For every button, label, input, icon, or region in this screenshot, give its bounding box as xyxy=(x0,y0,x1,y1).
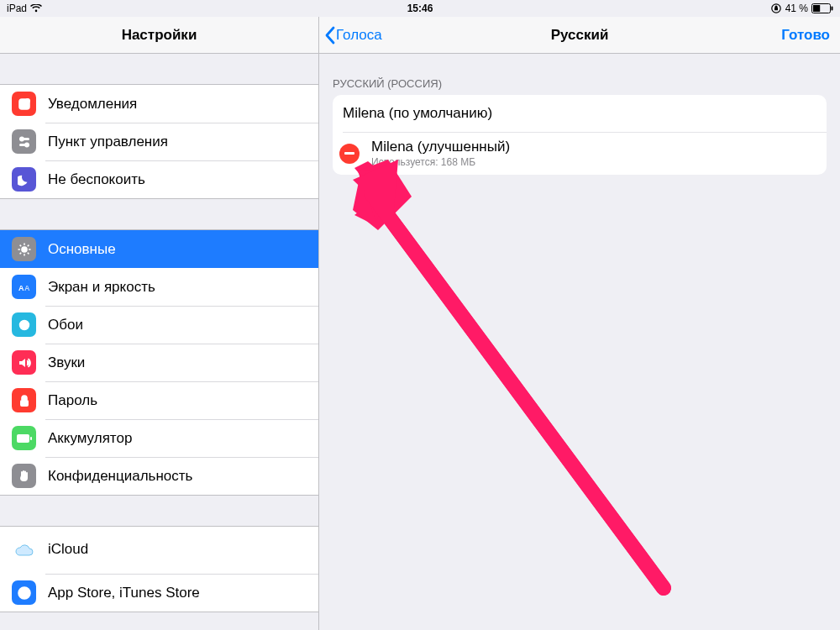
gear-icon xyxy=(12,237,36,261)
settings-group-3: iCloud App Store, iTunes Store xyxy=(0,526,318,612)
sidebar-item-sounds[interactable]: Звуки xyxy=(0,344,318,381)
voice-title: Milena (улучшенный) xyxy=(371,139,510,155)
sidebar-item-label: App Store, iTunes Store xyxy=(48,585,200,601)
sidebar-item-label: Не беспокоить xyxy=(48,171,145,188)
display-icon: AA xyxy=(12,275,36,299)
delete-minus-button[interactable] xyxy=(339,144,360,164)
detail-pane: Голоса Русский Готово РУССКИЙ (РОССИЯ) M… xyxy=(319,17,840,630)
svg-point-5 xyxy=(25,98,30,103)
device-label: iPad xyxy=(7,3,27,14)
voice-row-default[interactable]: Milena (по умолчанию) xyxy=(333,95,827,132)
sidebar-item-label: Пароль xyxy=(48,392,97,409)
detail-navbar: Голоса Русский Готово xyxy=(319,17,840,54)
dnd-icon xyxy=(12,167,36,192)
sounds-icon xyxy=(12,350,36,375)
svg-line-18 xyxy=(19,252,21,254)
svg-point-7 xyxy=(19,137,23,140)
sidebar-item-label: Основные xyxy=(48,241,116,258)
svg-line-16 xyxy=(27,252,29,254)
sidebar-item-control-center[interactable]: Пункт управления xyxy=(0,123,318,160)
status-bar: iPad 15:46 41 % xyxy=(0,0,840,17)
sidebar-item-label: Конфиденциальность xyxy=(48,468,192,485)
battery-menu-icon xyxy=(12,426,36,450)
svg-line-17 xyxy=(27,244,29,246)
sidebar-item-dnd[interactable]: Не беспокоить xyxy=(0,160,318,198)
svg-rect-29 xyxy=(30,437,32,440)
notifications-icon xyxy=(12,92,36,116)
wallpaper-icon xyxy=(12,312,36,337)
rotation-lock-icon xyxy=(770,3,782,14)
sidebar-item-passcode[interactable]: Пароль xyxy=(0,381,318,419)
lock-icon xyxy=(12,388,36,412)
wifi-icon xyxy=(30,4,42,13)
sidebar-item-notifications[interactable]: Уведомления xyxy=(0,85,318,123)
sidebar-item-battery[interactable]: Аккумулятор xyxy=(0,419,318,457)
voice-row-enhanced[interactable]: Milena (улучшенный) Используется: 168 МБ xyxy=(333,132,827,175)
voice-title: Milena (по умолчанию) xyxy=(343,105,492,122)
svg-point-9 xyxy=(24,143,28,146)
sidebar-item-privacy[interactable]: Конфиденциальность xyxy=(0,457,318,495)
clock: 15:46 xyxy=(407,3,433,14)
back-button[interactable]: Голоса xyxy=(319,26,382,45)
sidebar-item-display[interactable]: AA Экран и яркость xyxy=(0,268,318,306)
svg-line-15 xyxy=(19,244,21,246)
sidebar-title: Настройки xyxy=(0,27,318,44)
appstore-icon xyxy=(12,580,36,605)
settings-group-1: Уведомления Пункт управления Не беспокои… xyxy=(0,84,318,199)
control-center-icon xyxy=(12,129,36,154)
svg-rect-27 xyxy=(20,400,29,407)
done-button[interactable]: Готово xyxy=(781,27,830,44)
sidebar-item-appstore[interactable]: App Store, iTunes Store xyxy=(0,574,318,612)
sidebar-item-icloud[interactable]: iCloud xyxy=(0,527,318,574)
sidebar-navbar: Настройки xyxy=(0,17,318,54)
detail-title: Русский xyxy=(319,27,840,44)
back-label: Голоса xyxy=(336,27,382,44)
sidebar-item-label: Экран и яркость xyxy=(48,279,155,296)
sidebar-item-label: Обои xyxy=(48,317,83,333)
voice-subtitle: Используется: 168 МБ xyxy=(371,156,510,168)
battery-percent: 41 % xyxy=(785,3,808,14)
svg-rect-31 xyxy=(21,595,28,596)
sidebar-item-label: Пункт управления xyxy=(48,134,168,150)
sidebar-item-label: iCloud xyxy=(48,541,88,558)
svg-point-10 xyxy=(22,247,27,252)
sidebar-item-label: Аккумулятор xyxy=(48,430,132,447)
svg-text:A: A xyxy=(18,284,24,292)
battery-icon xyxy=(811,3,833,13)
voices-section-header: РУССКИЙ (РОССИЯ) xyxy=(319,66,840,95)
minus-icon xyxy=(344,152,354,155)
sidebar-item-general[interactable]: Основные xyxy=(0,230,318,268)
chevron-left-icon xyxy=(324,26,336,45)
voices-list: Milena (по умолчанию) Milena (улучшенный… xyxy=(333,95,827,175)
svg-rect-28 xyxy=(17,434,29,443)
icloud-icon xyxy=(12,538,36,563)
sidebar-item-label: Уведомления xyxy=(48,96,137,113)
svg-rect-2 xyxy=(813,5,820,12)
sidebar-item-label: Звуки xyxy=(48,354,85,371)
hand-icon xyxy=(12,464,36,488)
svg-text:A: A xyxy=(24,284,30,292)
settings-sidebar: Настройки Уведомления Пункт управления xyxy=(0,17,319,630)
sidebar-item-wallpaper[interactable]: Обои xyxy=(0,306,318,344)
settings-group-2: Основные AA Экран и яркость Обои xyxy=(0,229,318,496)
svg-rect-3 xyxy=(832,7,833,11)
